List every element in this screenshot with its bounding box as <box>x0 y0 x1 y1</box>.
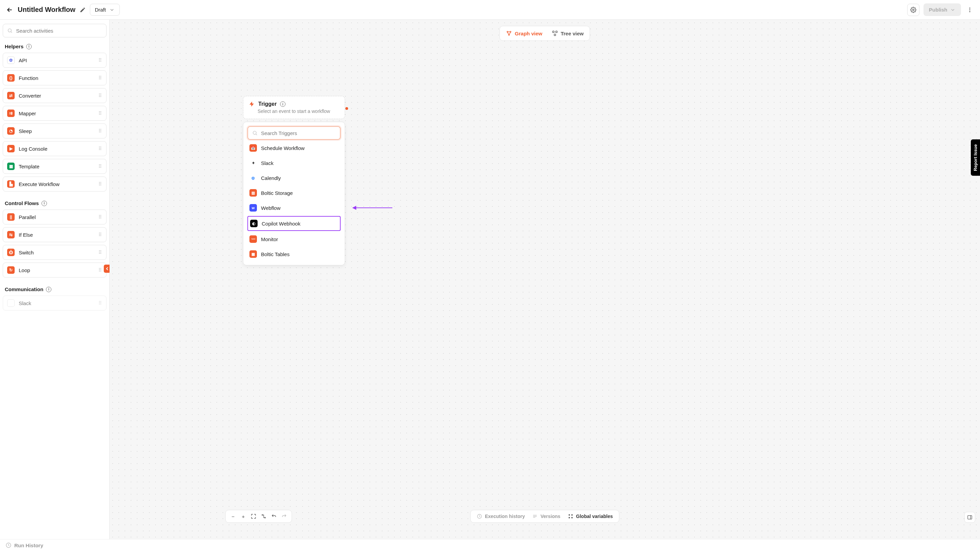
execution-history-button[interactable]: Execution history <box>477 514 525 519</box>
zoom-toolbar: − + <box>225 510 292 523</box>
info-icon[interactable]: i <box>41 201 47 206</box>
run-history-button[interactable]: Run History <box>14 543 43 548</box>
activity-parallel[interactable]: || Parallel ⠿ <box>3 210 107 224</box>
activity-api[interactable]: ✿ API ⠿ <box>3 53 107 68</box>
graph-icon <box>506 30 512 37</box>
sleep-icon: ◔ <box>7 127 14 135</box>
activity-converter[interactable]: ⇄ Converter ⠿ <box>3 88 107 103</box>
trigger-option-monitor[interactable]: 〰 Monitor <box>247 232 340 246</box>
fit-view-button[interactable] <box>250 512 258 520</box>
drag-handle-icon[interactable]: ⠿ <box>98 93 102 98</box>
redo-button[interactable] <box>280 512 288 520</box>
versions-button[interactable]: Versions <box>532 514 560 519</box>
trigger-option-schedule-workflow[interactable]: 📅 Schedule Workflow <box>247 141 340 155</box>
status-dropdown[interactable]: Draft <box>90 4 120 16</box>
search-icon <box>7 27 13 34</box>
side-panel-button[interactable] <box>964 512 975 523</box>
activity-sleep[interactable]: ◔ Sleep ⠿ <box>3 124 107 138</box>
redo-icon <box>282 514 287 519</box>
drag-handle-icon[interactable]: ⠿ <box>98 75 102 81</box>
activity-log-console[interactable]: ▶ Log Console ⠿ <box>3 141 107 156</box>
zoom-in-button[interactable]: + <box>239 512 247 520</box>
drag-handle-icon[interactable]: ⠿ <box>98 214 102 220</box>
trigger-option-webflow[interactable]: w Webflow <box>247 201 340 214</box>
history-icon <box>5 542 11 548</box>
svg-point-13 <box>265 517 266 518</box>
global-variables-button[interactable]: Global variables <box>568 514 613 519</box>
drag-handle-icon[interactable]: ⠿ <box>98 146 102 151</box>
connection-dot-icon[interactable] <box>345 107 348 110</box>
drag-handle-icon[interactable]: ⠿ <box>98 181 102 187</box>
undo-button[interactable] <box>270 512 278 520</box>
trigger-node[interactable]: Trigger i Select an event to start a wor… <box>243 96 345 119</box>
chevron-down-icon <box>950 7 956 13</box>
switch-icon: ⏻ <box>7 249 14 256</box>
activity-slack[interactable]: ✦ Slack ⠿ <box>3 295 107 311</box>
canvas[interactable]: Graph view Tree view Trigger i Select an… <box>110 20 980 539</box>
activity-template[interactable]: ▦ Template ⠿ <box>3 159 107 174</box>
arrow-left-icon <box>6 6 13 13</box>
loop-icon: ↻ <box>7 266 14 274</box>
drag-handle-icon[interactable]: ⠿ <box>98 128 102 134</box>
search-activities-input[interactable] <box>16 28 102 34</box>
activity-mapper[interactable]: ⇉ Mapper ⠿ <box>3 106 107 121</box>
drag-handle-icon[interactable]: ⠿ <box>98 57 102 63</box>
info-icon[interactable]: i <box>26 44 32 49</box>
zoom-out-button[interactable]: − <box>229 512 237 520</box>
svg-point-18 <box>572 517 573 518</box>
status-label: Draft <box>95 7 106 13</box>
tables-icon: ▦ <box>250 250 257 258</box>
trigger-option-slack[interactable]: ✦ Slack <box>247 156 340 170</box>
activity-execute-workflow[interactable]: ▙ Execute Workflow ⠿ <box>3 176 107 192</box>
tab-tree-view[interactable]: Tree view <box>547 27 589 39</box>
mapper-icon: ⇉ <box>7 110 14 117</box>
slack-icon: ✦ <box>7 299 14 307</box>
drag-handle-icon[interactable]: ⠿ <box>98 300 102 306</box>
trigger-option-copilot-webhook[interactable]: ◐ Copilot Webhook <box>247 216 340 231</box>
template-icon: ▦ <box>7 163 14 170</box>
svg-point-4 <box>8 29 11 32</box>
bolt-icon <box>249 101 255 107</box>
activity-if-else[interactable]: ⇆ If Else ⠿ <box>3 227 107 242</box>
drag-handle-icon[interactable]: ⠿ <box>98 164 102 169</box>
sidebar: Helpers i ✿ API ⠿ {} Function ⠿ ⇄ Conver… <box>0 20 110 539</box>
history-icon <box>477 514 482 519</box>
svg-point-1 <box>969 8 970 8</box>
back-button[interactable] <box>5 6 14 14</box>
svg-rect-8 <box>553 31 554 33</box>
expand-icon <box>251 514 256 519</box>
trigger-option-boltic-tables[interactable]: ▦ Boltic Tables <box>247 247 340 261</box>
trigger-option-calendly[interactable]: ◎ Calendly <box>247 171 340 185</box>
drag-handle-icon[interactable]: ⠿ <box>98 267 102 273</box>
tab-graph-view[interactable]: Graph view <box>501 27 547 39</box>
trigger-picker-popup: 📅 Schedule Workflow ✦ Slack ◎ Calendly ▥… <box>243 122 345 265</box>
search-triggers-input[interactable] <box>261 130 336 136</box>
search-triggers-box[interactable] <box>247 126 340 140</box>
activity-switch[interactable]: ⏻ Switch ⠿ <box>3 245 107 260</box>
more-menu-button[interactable] <box>965 4 975 16</box>
trigger-option-boltic-storage[interactable]: ▥ Boltic Storage <box>247 186 340 200</box>
panel-icon <box>967 514 972 520</box>
settings-button[interactable] <box>907 4 920 16</box>
edit-title-button[interactable] <box>80 7 86 13</box>
versions-icon <box>532 514 538 519</box>
annotation-arrow <box>352 206 393 210</box>
publish-button[interactable]: Publish <box>924 3 961 16</box>
report-issue-button[interactable]: Report Issue <box>971 140 980 176</box>
drag-handle-icon[interactable]: ⠿ <box>98 232 102 237</box>
activity-function[interactable]: {} Function ⠿ <box>3 70 107 86</box>
function-icon: {} <box>7 74 14 82</box>
drag-handle-icon[interactable]: ⠿ <box>98 250 102 255</box>
section-helpers: Helpers i <box>3 37 107 53</box>
search-activities-box[interactable] <box>3 24 107 37</box>
workflow-icon: ▙ <box>7 180 14 188</box>
layout-button[interactable] <box>259 512 268 520</box>
activity-loop[interactable]: ↻ Loop ⠿ <box>3 263 107 278</box>
tree-icon <box>552 30 558 37</box>
info-icon[interactable]: i <box>46 287 51 292</box>
trigger-subtitle: Select an event to start a workflow <box>258 108 339 114</box>
info-icon[interactable]: i <box>280 102 285 107</box>
page-title: Untitled Workflow <box>18 6 76 14</box>
chevron-left-icon <box>105 266 110 272</box>
drag-handle-icon[interactable]: ⠿ <box>98 111 102 116</box>
